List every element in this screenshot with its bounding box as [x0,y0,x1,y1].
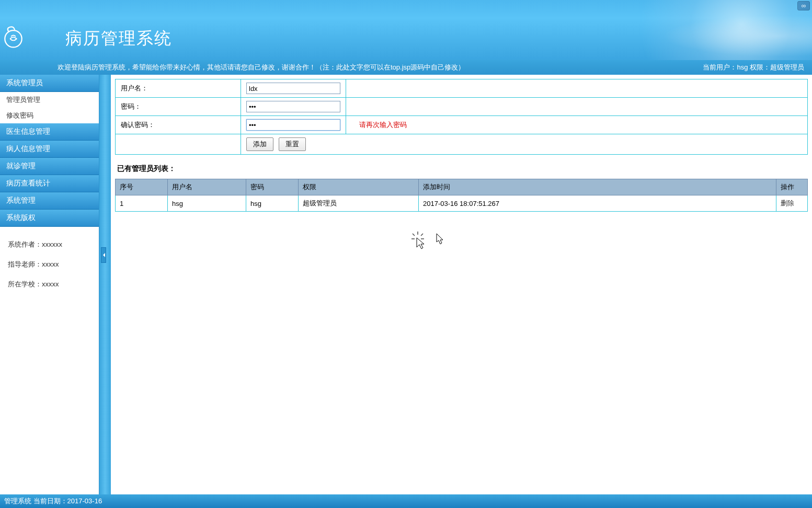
content-area: 用户名： 密码： 确认密码： 请再次输入密码 [111,75,812,494]
nav-group-doctor[interactable]: 医生信息管理 [0,123,99,141]
admin-list-table: 序号 用户名 密码 权限 添加时间 操作 1 hsg hsg 超级管理员 201… [115,179,808,212]
cell-role: 超级管理员 [299,195,419,212]
label-username: 用户名： [116,79,241,98]
header-banner: 病历管理系统 ∞ [0,0,812,60]
nav-group-patient[interactable]: 病人信息管理 [0,141,99,158]
confirm-password-input[interactable] [246,119,340,131]
nav-item-admin-manage[interactable]: 管理员管理 [0,92,99,108]
cell-seq: 1 [116,195,168,212]
username-input[interactable] [246,83,340,94]
splitter-handle[interactable] [101,247,106,263]
sidebar: 系统管理员 管理员管理 修改密码 医生信息管理 病人信息管理 就诊管理 病历查看… [0,75,99,494]
svg-point-0 [5,30,21,47]
admin-form-table: 用户名： 密码： 确认密码： 请再次输入密码 [115,79,808,155]
col-role: 权限 [299,179,419,195]
app-logo-icon [0,16,26,55]
nav-group-visit[interactable]: 就诊管理 [0,158,99,175]
label-confirm-password: 确认密码： [116,116,241,134]
link-icon[interactable]: ∞ [797,1,810,10]
welcome-text: 欢迎登陆病历管理系统，希望能给你带来好心情，其他话请请您自己修改，谢谢合作！（注… [58,60,703,75]
cell-user: hsg [168,195,246,212]
nav-group-system[interactable]: 系统管理 [0,192,99,210]
add-button[interactable]: 添加 [246,137,273,151]
nav-item-change-password[interactable]: 修改密码 [0,108,99,123]
table-row: 1 hsg hsg 超级管理员 2017-03-16 18:07:51.267 … [116,195,808,212]
svg-line-3 [413,234,415,236]
col-time: 添加时间 [419,179,776,195]
svg-line-2 [421,234,423,236]
confirm-hint: 请再次输入密码 [359,121,407,129]
reset-button[interactable]: 重置 [279,137,306,151]
col-pwd: 密码 [246,179,299,195]
credit-author: 系统作者：xxxxxx [8,235,91,255]
splitter [99,75,111,494]
col-op: 操作 [776,179,808,195]
app-title: 病历管理系统 [65,27,172,50]
delete-link[interactable]: 删除 [781,199,794,207]
list-title: 已有管理员列表： [117,164,808,174]
info-bar: 欢迎登陆病历管理系统，希望能给你带来好心情，其他话请请您自己修改，谢谢合作！（注… [0,60,812,75]
nav-group-copyright[interactable]: 系统版权 [0,210,99,227]
nav-group-sysadmin[interactable]: 系统管理员 [0,75,99,92]
label-password: 密码： [116,98,241,116]
col-user: 用户名 [168,179,246,195]
cell-time: 2017-03-16 18:07:51.267 [419,195,776,212]
footer-bar: 管理系统 当前日期：2017-03-16 [0,494,812,508]
footer-text: 管理系统 当前日期：2017-03-16 [4,497,102,505]
col-seq: 序号 [116,179,168,195]
credit-advisor: 指导老师：xxxxx [8,255,91,274]
credits-block: 系统作者：xxxxxx 指导老师：xxxxx 所在学校：xxxxx [0,227,99,302]
credit-school: 所在学校：xxxxx [8,274,91,294]
current-user-info: 当前用户：hsg 权限：超级管理员 [703,60,804,75]
nav-group-record-stats[interactable]: 病历查看统计 [0,175,99,192]
cell-pwd: hsg [246,195,299,212]
cursor-loading-icon [411,232,448,254]
password-input[interactable] [246,101,340,112]
